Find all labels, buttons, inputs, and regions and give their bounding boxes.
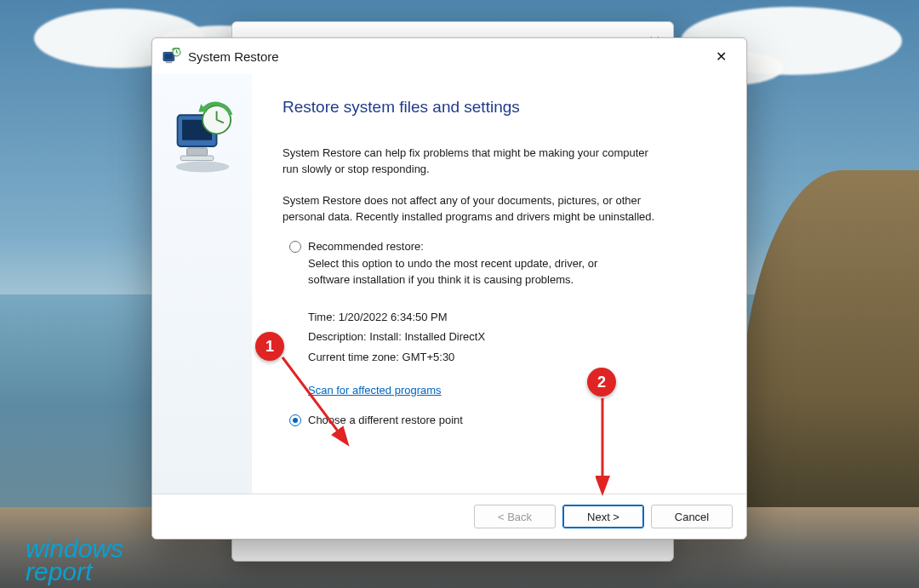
annotation-arrow-2 (596, 393, 613, 504)
radio-recommended-label: Recommended restore: (308, 240, 424, 253)
next-button[interactable]: Next > (562, 505, 644, 528)
intro-paragraph-1: System Restore can help fix problems tha… (283, 146, 657, 178)
annotation-arrow-1 (274, 349, 368, 460)
cancel-button[interactable]: Cancel (651, 505, 733, 528)
intro-paragraph-2: System Restore does not affect any of yo… (283, 193, 657, 225)
recommended-description: Select this option to undo the most rece… (283, 256, 631, 288)
svg-rect-2 (166, 61, 172, 63)
watermark-logo: windows report (26, 537, 123, 583)
page-heading: Restore system files and settings (283, 98, 712, 117)
system-restore-window: System Restore ✕ Restore system files an… (151, 37, 747, 539)
window-title: System Restore (188, 49, 279, 64)
back-button: < Back (474, 505, 556, 528)
radio-recommended-restore[interactable]: Recommended restore: (283, 240, 712, 253)
titlebar: System Restore ✕ (152, 38, 746, 74)
radio-icon (289, 241, 301, 253)
svg-rect-8 (186, 148, 207, 156)
timezone-value: GMT+5:30 (402, 351, 455, 363)
description-label: Description: (308, 330, 367, 343)
wizard-graphic-icon (163, 98, 242, 176)
wizard-sidebar (152, 74, 252, 494)
svg-line-14 (283, 357, 346, 442)
svg-rect-9 (180, 156, 214, 161)
time-label: Time: (308, 311, 335, 323)
close-icon: ✕ (716, 49, 727, 65)
system-restore-icon (163, 48, 181, 65)
wizard-footer: < Back Next > Cancel (152, 494, 746, 539)
description-value: Install: Installed DirectX (369, 330, 485, 343)
time-value: 1/20/2022 6:34:50 PM (339, 311, 448, 323)
annotation-badge-2: 2 (587, 368, 616, 397)
svg-rect-1 (165, 54, 173, 59)
svg-point-5 (175, 162, 229, 173)
close-button[interactable]: ✕ (705, 43, 736, 70)
annotation-badge-1: 1 (255, 332, 284, 361)
